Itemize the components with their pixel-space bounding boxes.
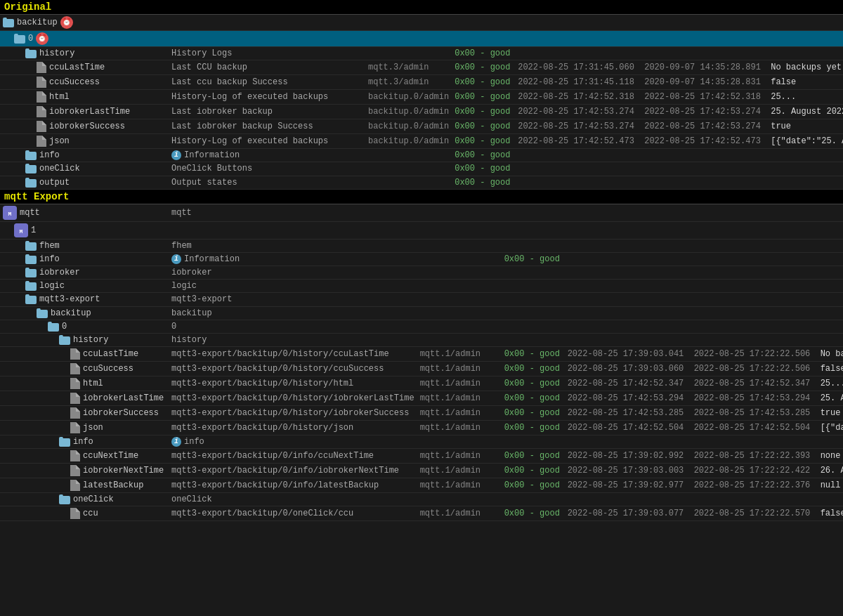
timestamp-text: 2022-08-25 17:39:03.077 (568, 509, 684, 518)
table-row: historyhistory (0, 333, 843, 346)
from-text: mqtt.1/admin (420, 349, 481, 359)
value-text: none (821, 451, 841, 461)
svg-text:M: M (20, 228, 23, 235)
from-text: backitup.0/admin (368, 136, 449, 146)
timestamp-text: 2022-08-25 17:39:03.041 (568, 349, 684, 359)
desc-text: History-Log of executed backups (171, 92, 328, 102)
quality-text: 0x00 - good (455, 77, 510, 87)
table-row: ccuSuccessLast ccu backup Successmqtt.3/… (0, 75, 843, 90)
from-text: mqtt.1/admin (420, 408, 481, 418)
from-text: mqtt.3/admin (368, 77, 429, 87)
table-row: jsonHistory-Log of executed backupsbacki… (0, 134, 843, 149)
file-name: iobrokerSuccess (49, 122, 125, 131)
table-row: ccumqtt3-export/backitup/0/oneClick/ccum… (0, 506, 843, 521)
from-text: backitup.0/admin (368, 122, 449, 131)
table-row: backitup⏰ (0, 15, 843, 31)
from-text: mqtt.1/admin (420, 480, 481, 490)
desc-text: mqtt3-export/backitup/0/history/html (171, 379, 353, 388)
table-row: iobrokeriobroker (0, 266, 843, 280)
desc-text: logic (171, 281, 197, 291)
from-text: mqtt.3/admin (368, 63, 429, 72)
desc-text: Last iobroker backup Success (171, 122, 313, 131)
table-row: ccuLastTimeLast CCU backupmqtt.3/admin0x… (0, 60, 843, 75)
quality-text: 0x00 - good (504, 466, 560, 476)
file-name: latestBackup (83, 480, 143, 490)
file-name: ccu (83, 509, 98, 519)
timestamp-text: 2022-08-25 17:42:52.504 (568, 423, 684, 433)
lc-text: 2022-08-25 17:42:52.473 (644, 136, 761, 146)
section-header: mqtt Export (0, 190, 843, 204)
folder-name: history (39, 48, 74, 58)
lc-text: 2022-08-25 17:42:53.274 (644, 107, 761, 117)
from-text: mqtt.1/admin (420, 466, 481, 476)
timestamp-text: 2022-08-25 17:42:53.294 (568, 393, 684, 403)
from-text: mqtt.1/admin (420, 379, 481, 388)
quality-text: 0x00 - good (504, 423, 560, 433)
file-name: ccuNextTime (83, 451, 138, 461)
lc-text: 2022-08-25 17:22:22.393 (694, 451, 811, 461)
lc-text: 2022-08-25 17:22:22.570 (694, 509, 811, 518)
table-row: iobrokerNextTimemqtt3-export/backitup/0/… (0, 464, 843, 478)
quality-text: 0x00 - good (455, 136, 510, 146)
from-text: mqtt.1/admin (420, 451, 481, 461)
table-row: iobrokerSuccessmqtt3-export/backitup/0/h… (0, 406, 843, 421)
quality-text: 0x00 - good (455, 63, 510, 72)
svg-text:M: M (8, 211, 12, 217)
data-table: MmqttmqttM1fhemfheminfoiInformation0x00 … (0, 204, 843, 522)
table-row: mqtt3-exportmqtt3-export (0, 293, 843, 306)
lc-text: 2022-08-25 17:42:52.504 (694, 423, 811, 433)
quality-text: 0x00 - good (504, 379, 560, 388)
quality-text: 0x00 - good (504, 408, 560, 418)
desc-text: info (184, 437, 204, 447)
quality-text: 0x00 - good (504, 480, 560, 490)
value-text: 25. August 2022 um 17:42 Uhr (821, 393, 843, 403)
lc-text: 2022-08-25 17:42:53.285 (694, 408, 811, 418)
file-name: json (49, 136, 70, 146)
timestamp-text: 2022-08-25 17:31:45.118 (518, 77, 634, 87)
lc-text: 2022-08-25 17:22:22.376 (694, 480, 811, 490)
desc-text: Output states (171, 178, 237, 188)
desc-text: backitup (171, 308, 212, 318)
folder-name: info (39, 150, 60, 160)
file-name: html (83, 379, 103, 388)
desc-text: OneClick Buttons (171, 164, 252, 173)
lc-text: 2022-08-25 17:42:53.274 (644, 122, 761, 131)
table-row: latestBackupmqtt3-export/backitup/0/info… (0, 478, 843, 493)
timestamp-text: 2022-08-25 17:39:03.060 (568, 364, 684, 374)
desc-text: mqtt3-export/backitup/0/info/iobrokerNex… (171, 466, 399, 476)
value-text: No backups yet (771, 63, 842, 72)
desc-text: iobroker (171, 268, 212, 277)
table-row: htmlmqtt3-export/backitup/0/history/html… (0, 376, 843, 391)
folder-name: oneClick (73, 494, 114, 504)
lc-text: 2022-08-25 17:42:53.294 (694, 393, 811, 403)
file-name: ccuSuccess (49, 77, 100, 87)
quality-text: 0x00 - good (455, 178, 510, 188)
table-row: 00 (0, 320, 843, 333)
folder-name: output (39, 178, 70, 188)
folder-name: backitup (51, 308, 91, 318)
folder-name: 0 (62, 322, 67, 332)
timestamp-text: 2022-08-25 17:42:53.274 (518, 107, 634, 117)
quality-text: 0x00 - good (455, 122, 510, 131)
file-name: iobrokerLastTime (83, 393, 164, 403)
timestamp-text: 2022-08-25 17:39:02.992 (568, 451, 684, 461)
folder-name: oneClick (39, 164, 80, 174)
value-text: 26. August 2022 um 02:00 Uhr (821, 466, 843, 476)
desc-text: history (171, 335, 207, 345)
value-text: true (771, 122, 791, 131)
section-header: Original (0, 0, 843, 15)
desc-text: mqtt3-export/backitup/0/history/iobroker… (171, 393, 414, 403)
lc-text: 2022-08-25 17:22:22.422 (694, 466, 811, 476)
timestamp-text: 2022-08-25 17:42:53.274 (518, 122, 634, 131)
lc-text: 2022-08-25 17:42:52.347 (694, 379, 811, 388)
table-row: iobrokerLastTimeLast iobroker backupback… (0, 105, 843, 119)
folder-name: history (73, 335, 108, 345)
desc-text: mqtt3-export/backitup/0/history/ccuLastT… (171, 349, 389, 359)
folder-name: 0 (28, 34, 33, 44)
desc-text: mqtt3-export/backitup/0/oneClick/ccu (171, 509, 353, 518)
quality-text: 0x00 - good (455, 48, 510, 58)
quality-text: 0x00 - good (504, 364, 560, 374)
timestamp-text: 2022-08-25 17:31:45.060 (518, 63, 634, 72)
table-row: infoiInformation0x00 - good (0, 149, 843, 162)
lc-text: 2020-09-07 14:35:28.831 (644, 77, 761, 87)
